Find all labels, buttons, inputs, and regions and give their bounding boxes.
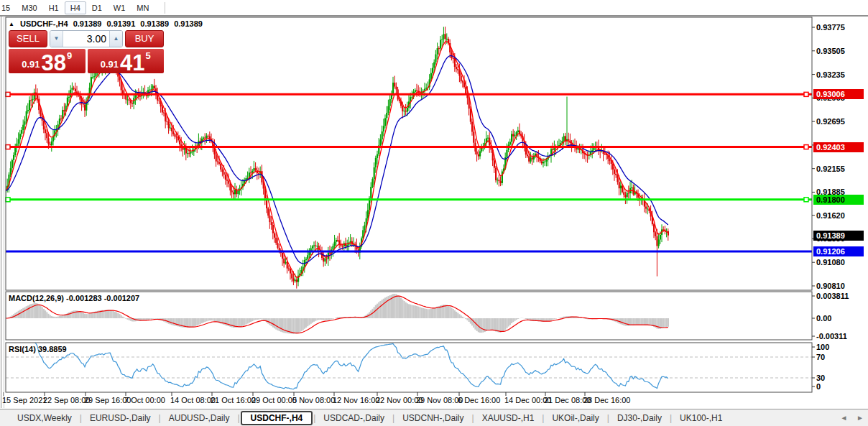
chart-title: USDCHF-,H4 [20,19,68,28]
volume-decrease-icon[interactable]: ▼ [50,31,63,47]
sell-button[interactable]: SELL [9,30,47,47]
sell-price-big: 38 [42,52,66,73]
time-axis-label: 29 Oct 00:00 [251,396,297,404]
tab-separator: | [471,413,475,423]
tab-scroll-left-icon[interactable]: ◄ [840,414,847,422]
tab-usdchf-h4[interactable]: USDCHF-,H4 [241,411,313,425]
tab-dj30-daily[interactable]: DJ30-,Daily [610,412,669,425]
time-axis-label: 6 Dec 16:00 [458,396,500,404]
macd-axis-label: -0.00311 [816,332,847,341]
macd-axis-label: 0.00 [816,314,831,323]
buy-price-base: 0.91 [101,59,119,70]
rsi-axis-label: 0 [816,382,821,391]
mt4-window: 15M30H1H4D1W1MN ▲ USDCHF-,H4 0.91389 0.9… [0,0,868,426]
tab-eurusd-daily[interactable]: EURUSD-,Daily [83,412,158,425]
price-badge-hline: 0.91800 [813,195,864,205]
price-axis-label: 0.93235 [816,70,845,79]
macd-axis-label: 0.003811 [816,292,849,300]
chart-tabs: USDX,Weekly|EURUSD-,Daily|AUDUSD-,Daily|… [10,413,729,423]
tab-usdx-weekly[interactable]: USDX,Weekly [10,412,79,425]
time-axis-label: 29 Nov 08:00 [416,396,463,404]
time-axis-label: 15 Sep 2021 [2,396,47,404]
ohlc-close: 0.91389 [174,19,203,28]
time-axis-label: 21 Oct 16:00 [211,396,256,404]
price-axis-label: 0.93775 [816,23,845,32]
time-axis-label: 7 Oct 00:00 [124,396,165,404]
tab-separator: | [158,413,162,423]
price-axis-label: 0.93505 [816,47,845,55]
collapse-panel-icon[interactable]: ▲ [9,21,14,27]
time-axis-label: 5 Nov 08:00 [292,396,335,404]
price-axis-label: 0.92695 [816,117,845,126]
ohlc-low: 0.91389 [140,19,169,28]
volume-spinner: ▼ ▲ [50,30,123,47]
ohlc-open: 0.91389 [73,19,102,28]
chart-header: ▲ USDCHF-,H4 0.91389 0.91391 0.91389 0.9… [9,19,206,28]
ohlc-high: 0.91391 [107,19,136,28]
buy-price-sup: 5 [146,50,151,61]
price-badge-current: 0.91389 [813,231,864,241]
price-axis-label: 0.91620 [816,211,845,220]
time-axis-label: 22 Sep 08:00 [43,396,90,404]
one-click-trading-panel: SELL ▼ ▲ BUY 0.91 38 9 0.91 41 5 [9,30,164,73]
tab-usdcad-daily[interactable]: USDCAD-,Daily [316,412,392,425]
chart-tab-bar: USDX,Weekly|EURUSD-,Daily|AUDUSD-,Daily|… [0,409,868,426]
time-axis-label: 12 Nov 16:00 [333,396,379,404]
price-badge-hline: 0.92403 [813,142,864,152]
buy-price-box[interactable]: 0.91 41 5 [88,49,165,73]
rsi-label: RSI(14) 39.8859 [9,345,67,353]
price-axis-label: 0.92155 [816,165,845,173]
tab-ukoil-daily[interactable]: UKOil-,Daily [545,412,606,425]
rsi-axis-label: 30 [816,374,825,382]
price-badge-hline: 0.91206 [813,246,864,256]
sell-price-sup: 9 [67,50,72,61]
price-axis-label: 0.91080 [816,258,845,267]
rsi-axis-label: 100 [816,343,829,351]
tab-scroll-right-icon[interactable]: ► [857,414,864,422]
sell-price-box[interactable]: 0.91 38 9 [9,49,86,73]
tab-audusd-daily[interactable]: AUDUSD-,Daily [162,412,237,425]
price-axis-label: 0.90810 [816,282,845,290]
tab-uk100-h1[interactable]: UK100-,H1 [673,412,729,425]
rsi-axis-label: 70 [816,353,825,361]
tab-separator: | [236,413,240,423]
volume-increase-icon[interactable]: ▲ [109,31,122,47]
volume-input[interactable] [63,31,109,47]
buy-button[interactable]: BUY [125,30,164,47]
macd-label: MACD(12,26,9) -0.001283 -0.001207 [9,294,139,302]
sell-price-base: 0.91 [22,59,40,70]
tab-xauusd-h1[interactable]: XAUUSD-,H1 [475,412,542,425]
time-axis-label: 14 Oct 08:00 [170,396,216,404]
tab-usdcnh-daily[interactable]: USDCNH-,Daily [395,412,471,425]
price-badge-hline: 0.93006 [813,89,864,99]
time-axis-label: 28 Dec 16:00 [583,396,630,404]
buy-price-big: 41 [120,52,144,73]
tab-scroll-controls: ◄ ► [833,414,864,422]
